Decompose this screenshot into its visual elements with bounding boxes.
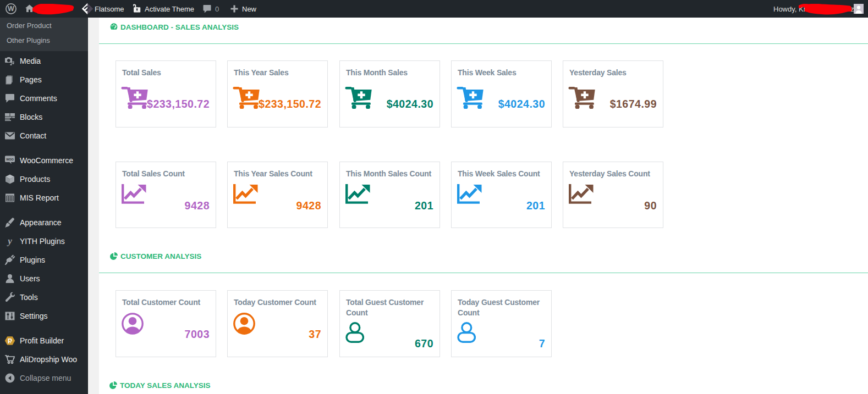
svg-text:y: y: [7, 236, 12, 246]
svg-text:P: P: [8, 337, 12, 345]
svg-text:W: W: [8, 5, 14, 13]
svg-text:WOO: WOO: [6, 158, 14, 161]
